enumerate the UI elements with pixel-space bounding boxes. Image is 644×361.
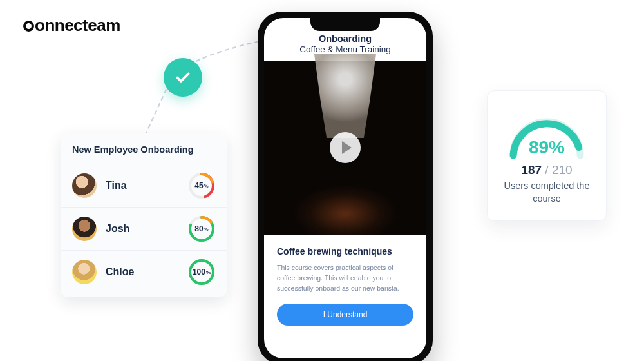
- header-subtitle: Coffee & Menu Training: [270, 44, 420, 54]
- employee-name: Tina: [106, 180, 127, 191]
- employee-row[interactable]: Chloe 100%: [61, 250, 227, 293]
- completed-count: 187: [521, 163, 542, 177]
- completion-stats-card: 89% 187 / 210 Users completed the course: [487, 90, 607, 221]
- employee-name: Chloe: [106, 266, 134, 278]
- avatar: [72, 173, 97, 198]
- employee-name: Josh: [106, 223, 129, 235]
- check-badge: [164, 58, 202, 97]
- phone-notch: [310, 18, 380, 31]
- employee-card-title: New Employee Onboarding: [61, 144, 227, 164]
- employee-onboarding-card: New Employee Onboarding Tina 45% Josh: [61, 133, 227, 297]
- avatar: [72, 260, 97, 284]
- avatar: [72, 217, 97, 241]
- progress-ring: 45%: [188, 172, 215, 199]
- i-understand-button[interactable]: I Understand: [277, 304, 413, 326]
- phone-mock: Onboarding Coffee & Menu Training Coffee…: [258, 12, 433, 361]
- total-count: 210: [552, 163, 573, 177]
- stats-numbers: 187 / 210: [499, 163, 594, 177]
- content-title: Coffee brewing techniques: [277, 246, 413, 257]
- progress-percent: 45: [194, 181, 203, 190]
- employee-row[interactable]: Tina 45%: [61, 164, 227, 207]
- play-button[interactable]: [330, 132, 361, 163]
- gauge-percent: 89%: [504, 137, 589, 158]
- checkmark-icon: [175, 69, 191, 86]
- content-body: This course covers practical aspects of …: [277, 263, 413, 293]
- progress-percent: 80: [194, 224, 203, 233]
- progress-ring: 100%: [188, 259, 215, 286]
- gauge: 89%: [504, 105, 589, 161]
- brand-logo: onnecteam: [23, 15, 120, 35]
- progress-percent: 100: [193, 268, 205, 277]
- progress-ring: 80%: [188, 215, 215, 242]
- header-title: Onboarding: [270, 34, 420, 44]
- course-content: Coffee brewing techniques This course co…: [264, 235, 426, 335]
- course-hero-image: [264, 61, 426, 235]
- employee-row[interactable]: Josh 80%: [61, 207, 227, 250]
- brand-wordmark: onnecteam: [23, 15, 120, 35]
- connector-line: [135, 39, 270, 148]
- stats-label: Users completed the course: [499, 180, 594, 205]
- phone-screen: Onboarding Coffee & Menu Training Coffee…: [264, 18, 426, 358]
